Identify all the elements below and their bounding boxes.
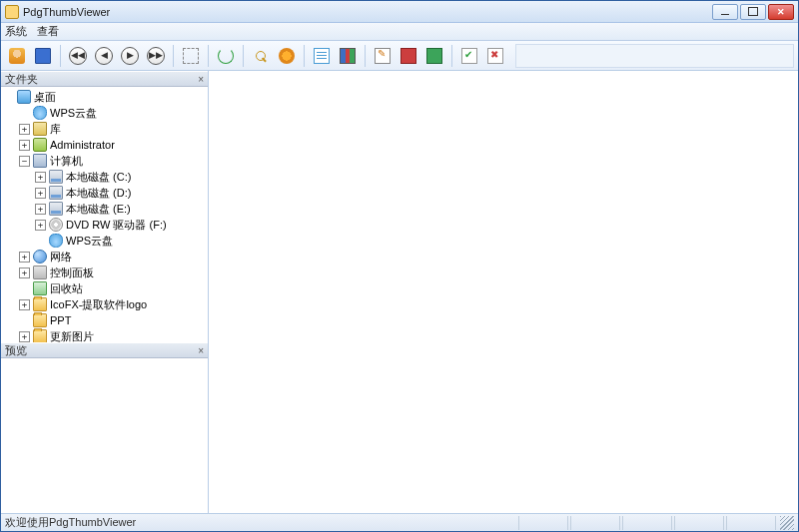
- tb-puzzle-green-icon[interactable]: [422, 44, 446, 68]
- resize-grip-icon[interactable]: [780, 516, 794, 530]
- tree-label: 本地磁盘 (C:): [66, 170, 131, 185]
- expander-icon[interactable]: +: [19, 331, 30, 342]
- tree-wps-cloud[interactable]: WPS云盘: [17, 105, 208, 121]
- statusbar: 欢迎使用PdgThumbViewer: [1, 513, 798, 531]
- tree-network[interactable]: +网络: [17, 249, 208, 265]
- tree-label: PPT: [50, 314, 71, 326]
- tb-refresh-icon[interactable]: [214, 44, 238, 68]
- tb-last-icon[interactable]: ▶▶: [144, 44, 168, 68]
- tree-libraries[interactable]: +库: [17, 121, 208, 137]
- toolbar-separator: [451, 45, 452, 67]
- drive-icon: [49, 170, 63, 184]
- expander-icon: [35, 236, 46, 247]
- tb-sheet-cross-icon[interactable]: [483, 44, 507, 68]
- tree-folder-newpic[interactable]: +更新图片: [17, 328, 208, 342]
- tree-label: 库: [50, 122, 61, 137]
- tree-label: WPS云盘: [50, 106, 97, 121]
- tb-edit-icon[interactable]: [371, 44, 395, 68]
- tree-label: 本地磁盘 (D:): [66, 186, 131, 201]
- user-folder-icon: [33, 138, 47, 152]
- tree-control-panel[interactable]: +控制面板: [17, 265, 208, 280]
- tb-puzzle-red-icon[interactable]: [397, 44, 420, 68]
- body: 文件夹 × 桌面 WPS云盘 +库 +Administrator: [1, 71, 798, 513]
- cloud-icon: [49, 234, 63, 248]
- toolbar-separator: [243, 45, 244, 67]
- tb-move-icon[interactable]: [179, 44, 203, 68]
- expander-icon[interactable]: +: [35, 188, 46, 199]
- toolbar-separator: [173, 45, 174, 67]
- menu-system[interactable]: 系统: [5, 24, 27, 39]
- folders-panel-header: 文件夹 ×: [1, 71, 208, 87]
- expander-icon: [19, 283, 30, 294]
- toolbar-separator: [208, 45, 209, 67]
- tb-user-icon[interactable]: [5, 44, 29, 68]
- expander-icon[interactable]: +: [19, 140, 30, 151]
- expander-icon[interactable]: +: [35, 172, 46, 183]
- tree-label: 回收站: [50, 281, 83, 296]
- expander-icon[interactable]: +: [19, 267, 30, 278]
- tb-search-icon[interactable]: [249, 44, 273, 68]
- tree-label: 桌面: [34, 90, 56, 105]
- tb-gears-icon[interactable]: [275, 44, 299, 68]
- tree-recycle-bin[interactable]: 回收站: [17, 280, 208, 296]
- folders-panel-close-icon[interactable]: ×: [198, 74, 204, 85]
- tree-label: 本地磁盘 (E:): [66, 202, 131, 217]
- close-button[interactable]: [768, 4, 794, 20]
- toolbar-separator: [60, 45, 61, 67]
- titlebar[interactable]: PdgThumbViewer: [1, 1, 798, 23]
- tree-label: IcoFX-提取软件logo: [50, 297, 147, 312]
- network-icon: [33, 250, 47, 264]
- dvd-icon: [49, 218, 63, 232]
- expander-icon[interactable]: −: [19, 156, 30, 167]
- tb-book-icon[interactable]: [31, 44, 55, 68]
- expander-icon[interactable]: +: [35, 220, 46, 231]
- window-title: PdgThumbViewer: [23, 6, 710, 18]
- tree-label: 更新图片: [50, 329, 94, 343]
- preview-panel-close-icon[interactable]: ×: [198, 345, 204, 356]
- tree-folder-ppt[interactable]: PPT: [17, 312, 208, 328]
- drive-icon: [49, 186, 63, 200]
- tree-label: Administrator: [50, 139, 115, 151]
- tree-label: 控制面板: [50, 266, 94, 280]
- tree-drive-c[interactable]: +本地磁盘 (C:): [33, 169, 208, 185]
- minimize-button[interactable]: [712, 4, 738, 20]
- tree-drive-e[interactable]: +本地磁盘 (E:): [33, 201, 208, 217]
- menu-view[interactable]: 查看: [37, 24, 59, 39]
- folders-panel-title: 文件夹: [5, 72, 38, 87]
- tree-drive-d[interactable]: +本地磁盘 (D:): [33, 185, 208, 201]
- status-cell: [674, 516, 724, 530]
- tb-first-icon[interactable]: ◀◀: [66, 44, 90, 68]
- tree-computer[interactable]: −计算机: [17, 153, 208, 169]
- control-panel-icon: [33, 266, 47, 279]
- folder-icon: [33, 329, 47, 342]
- toolbar: ◀◀ ◀ ▶ ▶▶: [1, 41, 798, 71]
- tree-desktop[interactable]: 桌面: [1, 89, 208, 105]
- expander-icon[interactable]: +: [19, 124, 30, 135]
- expander-icon[interactable]: +: [19, 252, 30, 263]
- tb-list-icon[interactable]: [310, 44, 334, 68]
- tb-books-icon[interactable]: [336, 44, 360, 68]
- desktop-icon: [17, 90, 31, 104]
- left-column: 文件夹 × 桌面 WPS云盘 +库 +Administrator: [1, 71, 209, 513]
- folder-icon: [33, 297, 47, 311]
- folder-tree[interactable]: 桌面 WPS云盘 +库 +Administrator −计算机 +本地磁盘 (C…: [1, 87, 208, 342]
- tb-prev-icon[interactable]: ◀: [92, 44, 116, 68]
- tree-administrator[interactable]: +Administrator: [17, 137, 208, 153]
- expander-icon[interactable]: +: [19, 299, 30, 310]
- status-cell: [726, 516, 776, 530]
- library-icon: [33, 122, 47, 136]
- status-cell: [622, 516, 672, 530]
- toolbar-separator: [365, 45, 366, 67]
- expander-icon[interactable]: +: [35, 204, 46, 215]
- tree-wps-cloud-2[interactable]: WPS云盘: [33, 233, 208, 249]
- maximize-button[interactable]: [740, 4, 766, 20]
- tb-next-icon[interactable]: ▶: [118, 44, 142, 68]
- expander-icon: [19, 315, 30, 326]
- tb-sheet-check-icon[interactable]: [457, 44, 481, 68]
- tree-dvd-drive[interactable]: +DVD RW 驱动器 (F:): [33, 217, 208, 233]
- drive-icon: [49, 202, 63, 216]
- folder-icon: [33, 313, 47, 327]
- main-content[interactable]: [209, 71, 798, 513]
- tree-folder-icofx[interactable]: +IcoFX-提取软件logo: [17, 296, 208, 312]
- tree-label: 网络: [50, 250, 72, 265]
